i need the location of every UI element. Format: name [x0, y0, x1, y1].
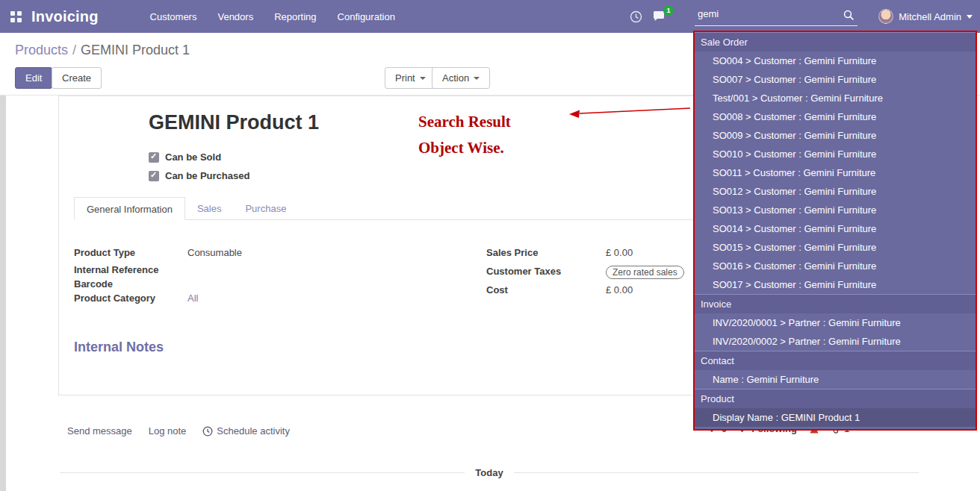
today-label: Today [475, 467, 503, 478]
search-result-item[interactable]: INV/2020/0001 > Partner : Gemini Furnitu… [695, 313, 976, 332]
field-product-category: Product Category All [74, 293, 395, 307]
search-result-item[interactable]: SO014 > Customer : Gemini Furniture [695, 219, 976, 238]
nav-menu-vendors[interactable]: Vendors [207, 1, 264, 32]
field-internal-reference: Internal Reference [74, 264, 395, 278]
field-barcode: Barcode [74, 278, 395, 293]
annotation-text: Search Result Object Wise. [418, 109, 511, 161]
search-input[interactable] [695, 5, 858, 26]
search-group-invoice: Invoice [695, 294, 976, 313]
search-group-sale-order: Sale Order [695, 32, 976, 51]
can-be-purchased-label: Can be Purchased [165, 170, 249, 181]
sales-price-value: £ 0.00 [606, 247, 633, 258]
search-result-item[interactable]: SO015 > Customer : Gemini Furniture [695, 238, 976, 257]
messages-icon[interactable]: 1 [653, 10, 667, 22]
chevron-down-icon [420, 77, 426, 80]
top-navbar: Invoicing Customers Vendors Reporting Co… [0, 0, 980, 33]
search-group-contact: Contact [695, 351, 976, 370]
nav-menu-reporting[interactable]: Reporting [264, 1, 326, 32]
search-result-item[interactable]: SO007 > Customer : Gemini Furniture [695, 70, 976, 89]
product-category-link[interactable]: All [187, 293, 198, 304]
field-product-type: Product Type Consumable [74, 247, 395, 264]
user-name: Mitchell Admin [899, 11, 961, 22]
activities-clock-icon[interactable] [630, 10, 642, 23]
product-title: GEMINI Product 1 [149, 111, 319, 134]
clock-icon [202, 426, 213, 437]
chevron-down-icon [474, 77, 480, 80]
search-result-item[interactable]: Name : Gemini Furniture [695, 370, 976, 389]
can-be-purchased-checkbox[interactable] [149, 171, 159, 181]
create-button[interactable]: Create [52, 67, 102, 89]
user-avatar [878, 9, 893, 24]
print-dropdown-button[interactable]: Print [385, 67, 436, 89]
nav-menu: Customers Vendors Reporting Configuratio… [140, 1, 406, 32]
breadcrumb-current: GEMINI Product 1 [81, 43, 190, 57]
can-be-purchased-row: Can be Purchased [149, 170, 249, 181]
search-result-item[interactable]: SO010 > Customer : Gemini Furniture [695, 145, 976, 163]
search-group-product: Product [695, 389, 976, 408]
customer-taxes-tag[interactable]: Zero rated sales [606, 266, 684, 279]
can-be-sold-row: Can be Sold [149, 151, 221, 163]
search-result-item[interactable]: SO012 > Customer : Gemini Furniture [695, 182, 976, 201]
breadcrumb-products-link[interactable]: Products [15, 43, 68, 57]
can-be-sold-label: Can be Sold [165, 151, 221, 163]
internal-notes-heading: Internal Notes [74, 340, 164, 355]
annotation-line-2: Object Wise. [418, 135, 511, 161]
cost-value: £ 0.00 [606, 284, 633, 295]
search-results-dropdown: Sale Order SO004 > Customer : Gemini Fur… [693, 31, 977, 431]
can-be-sold-checkbox[interactable] [149, 152, 159, 163]
search-result-item[interactable]: SO013 > Customer : Gemini Furniture [695, 201, 976, 219]
send-message-link[interactable]: Send message [67, 425, 132, 437]
search-result-item[interactable]: SO011 > Customer : Gemini Furniture [695, 163, 976, 182]
search-icon[interactable] [843, 10, 855, 23]
chatter-toolbar: Send message Log note Schedule activity [67, 425, 290, 437]
today-divider: Today [60, 467, 919, 478]
search-result-item[interactable]: INV/2020/0002 > Partner : Gemini Furnitu… [695, 332, 976, 351]
nav-menu-configuration[interactable]: Configuration [327, 1, 406, 32]
left-gutter [0, 96, 6, 491]
edit-button[interactable]: Edit [15, 67, 52, 89]
search-result-item[interactable]: SO016 > Customer : Gemini Furniture [695, 257, 976, 275]
search-result-item[interactable]: Test/001 > Customer : Gemini Furniture [695, 89, 976, 107]
chevron-down-icon [967, 15, 973, 19]
tab-sales[interactable]: Sales [185, 197, 234, 219]
messages-badge: 1 [663, 5, 674, 16]
annotation-line-1: Search Result [418, 109, 511, 135]
app-title[interactable]: Invoicing [31, 8, 99, 25]
apps-menu-icon[interactable] [10, 11, 22, 22]
tab-purchase[interactable]: Purchase [233, 197, 298, 219]
search-result-item[interactable]: Display Name : GEMINI Product 1 [695, 408, 976, 427]
search-result-item[interactable]: SO004 > Customer : Gemini Furniture [695, 51, 976, 70]
nav-menu-customers[interactable]: Customers [140, 1, 208, 32]
search-result-item[interactable]: SO008 > Customer : Gemini Furniture [695, 107, 976, 126]
breadcrumb: Products/GEMINI Product 1 [15, 43, 190, 58]
breadcrumb-separator: / [72, 43, 76, 57]
log-note-link[interactable]: Log note [149, 425, 187, 437]
fields-left-column: Product Type Consumable Internal Referen… [74, 247, 395, 307]
user-menu[interactable]: Mitchell Admin [878, 0, 973, 33]
action-dropdown-button[interactable]: Action [432, 67, 490, 89]
global-search [695, 5, 858, 28]
search-result-item[interactable]: SO017 > Customer : Gemini Furniture [695, 275, 976, 294]
schedule-activity-link[interactable]: Schedule activity [202, 425, 290, 437]
search-result-item[interactable]: SO009 > Customer : Gemini Furniture [695, 126, 976, 145]
product-type-value: Consumable [187, 247, 242, 258]
tab-general-information[interactable]: General Information [74, 197, 185, 220]
